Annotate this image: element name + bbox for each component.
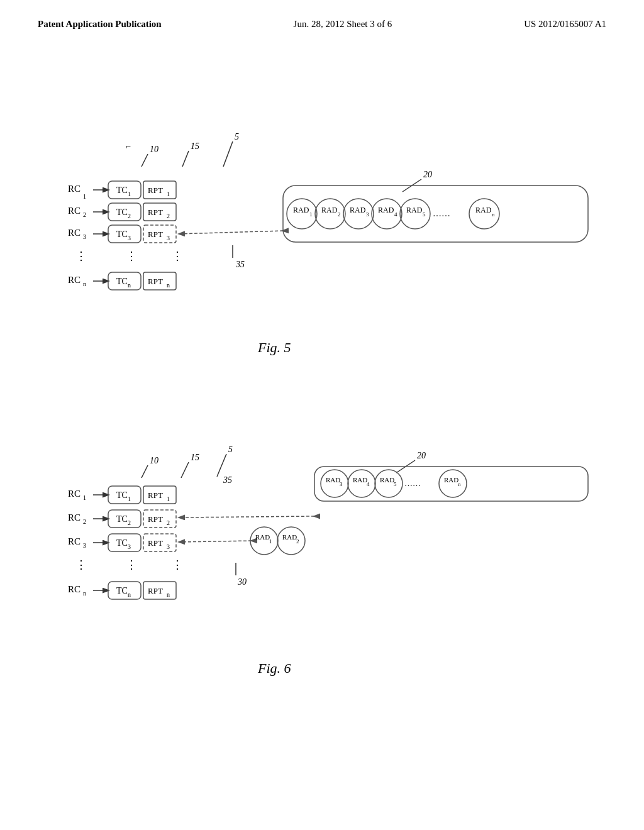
svg-text:4: 4: [394, 211, 397, 218]
svg-text:RAD: RAD: [321, 206, 338, 214]
svg-text:RC: RC: [68, 184, 80, 194]
svg-text:n: n: [458, 481, 461, 487]
svg-point-140: [277, 527, 305, 555]
svg-text:TC: TC: [116, 185, 128, 195]
figure-6-area: 10 15 5 35 20 RC 1 RC 2 RC 3 ⋮ ⋮ ⋮ RC n: [38, 415, 604, 685]
svg-text:10: 10: [150, 145, 158, 154]
figure-6-svg: 10 15 5 35 20 RC 1 RC 2 RC 3 ⋮ ⋮ ⋮ RC n: [38, 415, 604, 679]
svg-text:⋮: ⋮: [172, 250, 183, 262]
svg-text:⋮: ⋮: [126, 250, 137, 262]
svg-line-73: [181, 462, 189, 478]
svg-text:2: 2: [128, 519, 131, 526]
svg-text:2: 2: [167, 519, 170, 526]
svg-text:20: 20: [423, 170, 432, 179]
svg-text:n: n: [167, 282, 170, 289]
svg-text:2: 2: [83, 518, 86, 525]
svg-text:⋮: ⋮: [75, 558, 87, 571]
header-title: Patent Application Publication: [38, 19, 162, 30]
figure-6-label: Fig. 6: [258, 660, 291, 677]
svg-text:5: 5: [423, 211, 426, 218]
svg-point-137: [250, 527, 278, 555]
svg-text:n: n: [128, 591, 131, 598]
svg-text:RPT: RPT: [148, 230, 163, 239]
svg-text:4: 4: [367, 481, 370, 487]
svg-text:RAD: RAD: [475, 206, 492, 214]
svg-line-71: [142, 465, 148, 478]
svg-text:RAD: RAD: [444, 476, 458, 484]
svg-text:n: n: [83, 280, 86, 287]
svg-point-134: [439, 470, 467, 497]
svg-text:RPT: RPT: [148, 538, 163, 548]
svg-line-120: [179, 516, 314, 517]
svg-text:35: 35: [235, 260, 245, 269]
svg-text:3: 3: [128, 235, 131, 241]
svg-line-3: [182, 151, 189, 167]
svg-text:3: 3: [167, 543, 170, 550]
svg-text:2: 2: [83, 211, 86, 218]
svg-line-121: [179, 541, 252, 542]
svg-text:1: 1: [167, 495, 170, 502]
svg-text:n: n: [83, 590, 86, 597]
svg-text:⋮: ⋮: [75, 250, 87, 262]
svg-text:5: 5: [228, 445, 233, 454]
svg-text:RC: RC: [68, 489, 80, 499]
svg-text:1: 1: [167, 191, 170, 197]
svg-text:1: 1: [83, 494, 86, 501]
svg-text:TC: TC: [116, 230, 128, 239]
svg-line-49: [179, 231, 283, 234]
header-patent-number: US 2012/0165007 A1: [524, 19, 606, 30]
svg-text:TC: TC: [116, 586, 128, 595]
svg-text:1: 1: [128, 495, 131, 502]
svg-text:RPT: RPT: [148, 277, 163, 286]
svg-text:3: 3: [128, 543, 131, 550]
svg-text:15: 15: [191, 453, 199, 462]
svg-text:RAD: RAD: [255, 533, 270, 541]
svg-text:2: 2: [296, 538, 299, 545]
figure-5-area: 10 ⌐ 15 5 20 RC 1 RC 2 RC 3 ⋮ ⋮ ⋮ RC n: [38, 94, 604, 365]
svg-text:RAD: RAD: [406, 206, 423, 214]
figure-5-svg: 10 ⌐ 15 5 20 RC 1 RC 2 RC 3 ⋮ ⋮ ⋮ RC n: [38, 94, 604, 358]
svg-text:3: 3: [83, 233, 86, 240]
svg-text:RC: RC: [68, 275, 80, 285]
svg-text:⌐: ⌐: [126, 141, 131, 151]
svg-text:⋮: ⋮: [172, 558, 183, 571]
svg-text:1: 1: [83, 193, 86, 200]
svg-text:1: 1: [309, 211, 313, 218]
svg-text:RC: RC: [68, 206, 80, 216]
figure-5-label: Fig. 5: [258, 340, 291, 356]
svg-text:RAD: RAD: [282, 533, 297, 541]
svg-text:TC: TC: [116, 490, 128, 500]
svg-text:RC: RC: [68, 584, 80, 594]
svg-text:RPT: RPT: [148, 586, 163, 595]
svg-text:TC: TC: [116, 277, 128, 286]
svg-text:2: 2: [167, 213, 170, 219]
svg-text:RAD: RAD: [380, 476, 394, 484]
svg-text:RPT: RPT: [148, 185, 163, 195]
svg-text:……: ……: [433, 209, 450, 218]
svg-text:n: n: [167, 591, 170, 598]
svg-text:RAD: RAD: [326, 476, 340, 484]
svg-line-75: [217, 454, 226, 477]
page-header: Patent Application Publication Jun. 28, …: [0, 0, 644, 36]
svg-text:1: 1: [269, 538, 272, 545]
svg-text:TC: TC: [116, 208, 128, 217]
svg-text:15: 15: [191, 141, 199, 151]
svg-text:RAD: RAD: [353, 476, 367, 484]
svg-text:3: 3: [167, 235, 170, 241]
svg-text:3: 3: [366, 211, 369, 218]
svg-text:RPT: RPT: [148, 514, 163, 524]
svg-line-5: [223, 141, 233, 167]
svg-text:2: 2: [128, 213, 131, 219]
svg-text:TC: TC: [116, 514, 128, 524]
svg-point-127: [348, 470, 375, 497]
svg-text:⋮: ⋮: [126, 558, 137, 571]
svg-text:3: 3: [83, 542, 86, 549]
svg-text:RAD: RAD: [378, 206, 394, 214]
svg-text:RC: RC: [68, 536, 80, 546]
svg-text:RC: RC: [68, 512, 80, 523]
svg-text:n: n: [128, 282, 131, 289]
svg-text:……: ……: [404, 479, 421, 488]
svg-text:n: n: [492, 211, 495, 218]
svg-text:10: 10: [150, 456, 158, 465]
svg-text:TC: TC: [116, 538, 128, 548]
